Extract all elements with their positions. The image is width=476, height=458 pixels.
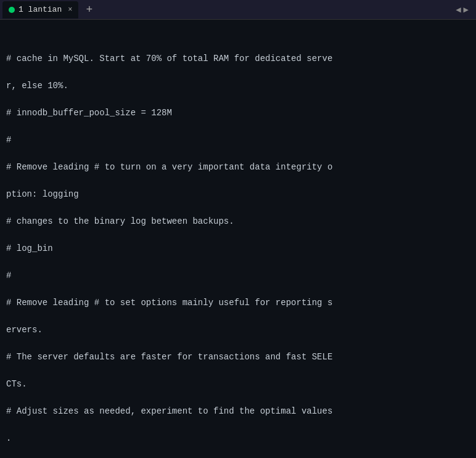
nav-left-arrow[interactable]: ◀ bbox=[456, 4, 461, 15]
line-10: # Remove leading # to set options mainly… bbox=[6, 296, 470, 309]
line-14: # Adjust sizes as needed, experiment to … bbox=[6, 404, 470, 418]
line-13: CTs. bbox=[6, 377, 470, 391]
line-9: # bbox=[6, 269, 470, 282]
line-8: # log_bin bbox=[6, 242, 470, 255]
terminal-window: 1 lantian × + ◀ ▶ # cache in MySQL. Star… bbox=[0, 0, 476, 458]
tab-label: 1 lantian bbox=[18, 5, 62, 14]
nav-right-arrow[interactable]: ▶ bbox=[464, 4, 469, 15]
tab-bar: 1 lantian × + ◀ ▶ bbox=[0, 0, 476, 20]
line-2: r, else 10%. bbox=[6, 79, 470, 92]
tab-add-button[interactable]: + bbox=[82, 4, 96, 16]
active-tab[interactable]: 1 lantian × bbox=[2, 1, 78, 18]
line-7: # changes to the binary log between back… bbox=[6, 215, 470, 228]
editor-area[interactable]: # cache in MySQL. Start at 70% of total … bbox=[0, 20, 476, 458]
line-3: # innodb_buffer_pool_size = 128M bbox=[6, 106, 470, 120]
line-4: # bbox=[6, 133, 470, 147]
tab-dot bbox=[9, 7, 15, 13]
line-12: # The server defaults are faster for tra… bbox=[6, 350, 470, 364]
line-6: ption: logging bbox=[6, 187, 470, 201]
line-5: # Remove leading # to turn on a very imp… bbox=[6, 160, 470, 174]
line-1: # cache in MySQL. Start at 70% of total … bbox=[6, 52, 470, 65]
line-15: . bbox=[6, 431, 470, 445]
line-11: ervers. bbox=[6, 323, 470, 337]
nav-arrows: ◀ ▶ bbox=[456, 4, 474, 15]
tab-close-button[interactable]: × bbox=[68, 6, 72, 14]
